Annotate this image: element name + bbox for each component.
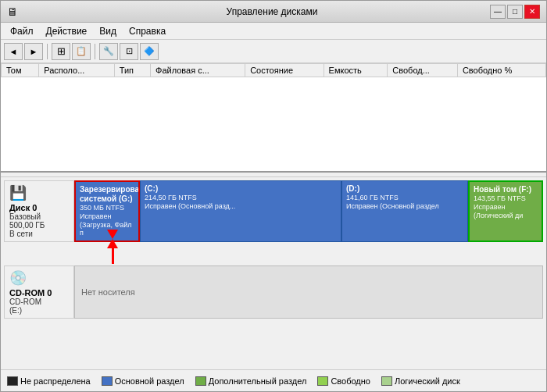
partition-size-3: 143,55 ГБ NTFS [474,194,538,203]
toolbar-sep-1 [47,44,48,59]
cdrom-icon: 💿 [9,269,69,287]
legend-color-0 [7,376,18,386]
partition-name-1: (C:) [145,184,337,194]
disk-0-icon: 💾 [9,184,69,201]
cdrom-label: 💿 CD-ROM 0 CD-ROM (E:) [4,265,74,319]
col-volume[interactable]: Том [2,64,39,77]
menu-view[interactable]: Вид [93,24,123,38]
disk-0-name: Диск 0 [9,203,69,212]
partition-size-1: 214,50 ГБ NTFS [145,194,337,202]
toolbar: ◄ ► ⊞ 📋 🔧 ⊡ 🔷 [1,40,546,63]
legend-color-1 [102,376,113,386]
cdrom-no-media: Нет носителя [81,287,135,297]
main-window: 🖥 Управление дисками — □ ✕ Файл Действие… [0,0,547,392]
disk-table: Том Располо... Тип Файловая с... Состоян… [1,63,546,77]
title-bar: 🖥 Управление дисками — □ ✕ [1,1,546,23]
disk-0-type: Базовый [9,212,69,221]
partition-name-2: (D:) [346,184,463,194]
partition-status-1: Исправен (Основной разд... [145,202,337,211]
partition-size-0: 350 МБ NTFS [80,204,134,212]
back-button[interactable]: ◄ [4,43,23,60]
legend-bar: Не распределенаОсновной разделДополнител… [1,369,546,391]
disk-0-size: 500,00 ГБ [9,221,69,230]
toolbar-btn-4[interactable]: ⊡ [120,43,138,60]
legend-label-4: Логический диск [395,376,460,386]
legend-item-2: Дополнительный раздел [195,376,307,386]
partition-3[interactable]: Новый том (F:) 143,55 ГБ NTFS Исправен (… [468,180,543,242]
partition-name-0: Зарезервировано системой (G:) [80,185,134,204]
window-title: Управление дисками [54,6,490,17]
main-content: Том Располо... Тип Файловая с... Состоян… [1,63,546,391]
toolbar-btn-3[interactable]: 🔧 [99,43,118,60]
disk-table-container[interactable]: Том Располо... Тип Файловая с... Состоян… [1,63,546,173]
legend-label-1: Основной раздел [115,376,184,386]
toolbar-sep-2 [95,44,95,59]
partition-2[interactable]: (D:) 141,60 ГБ NTFS Исправен (Основной р… [341,180,468,242]
red-arrow [107,230,118,264]
legend-item-4: Логический диск [381,376,460,386]
legend-item-1: Основной раздел [102,376,184,386]
disk-0-status: В сети [9,230,69,238]
maximize-button[interactable]: □ [507,5,523,19]
legend-label-0: Не распределена [20,376,91,386]
lower-panel[interactable]: 💾 Диск 0 Базовый 500,00 ГБ В сети Зарезе… [1,177,546,369]
partition-name-3: Новый том (F:) [474,185,538,194]
menu-bar: Файл Действие Вид Справка [1,23,546,40]
col-free-pct[interactable]: Свободно % [457,64,545,77]
cdrom-partitions: Нет носителя [74,265,543,319]
cdrom-type: CD-ROM [9,298,69,306]
legend-color-2 [195,376,206,386]
legend-color-3 [317,376,328,386]
col-free[interactable]: Свобод... [388,64,458,77]
col-status[interactable]: Состояние [245,64,324,77]
partition-1[interactable]: (C:) 214,50 ГБ NTFS Исправен (Основной р… [140,180,341,242]
menu-help[interactable]: Справка [123,24,172,38]
minimize-button[interactable]: — [490,5,506,19]
menu-action[interactable]: Действие [40,24,94,38]
menu-file[interactable]: Файл [4,24,40,38]
legend-item-3: Свободно [317,376,370,386]
cdrom-row: 💿 CD-ROM 0 CD-ROM (E:) Нет носителя [4,265,543,319]
title-controls: — □ ✕ [490,5,540,19]
partition-status-3: Исправен (Логический ди [474,203,538,220]
partition-size-2: 141,60 ГБ NTFS [346,194,463,202]
forward-button[interactable]: ► [24,43,43,60]
cdrom-letter: (E:) [9,306,69,315]
legend-label-2: Дополнительный раздел [209,376,307,386]
col-fs[interactable]: Файловая с... [151,64,245,77]
cdrom-name: CD-ROM 0 [9,288,69,298]
partition-status-2: Исправен (Основной раздел [346,202,463,211]
disk-0-row: 💾 Диск 0 Базовый 500,00 ГБ В сети Зарезе… [4,180,543,242]
legend-label-3: Свободно [331,376,370,386]
legend-item-0: Не распределена [7,376,91,386]
col-layout[interactable]: Располо... [39,64,115,77]
close-button[interactable]: ✕ [524,5,540,19]
disk-0-partitions: Зарезервировано системой (G:) 350 МБ NTF… [74,180,543,242]
toolbar-btn-2[interactable]: 📋 [72,43,91,60]
col-type[interactable]: Тип [114,64,150,77]
toolbar-btn-1[interactable]: ⊞ [52,43,70,60]
legend-color-4 [381,376,392,386]
disk-0-label: 💾 Диск 0 Базовый 500,00 ГБ В сети [4,180,74,242]
toolbar-btn-5[interactable]: 🔷 [140,43,159,60]
col-capacity[interactable]: Емкость [324,64,388,77]
